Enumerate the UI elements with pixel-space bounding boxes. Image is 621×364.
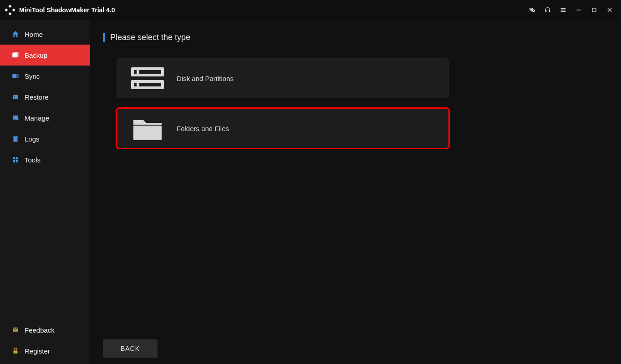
sidebar-item-backup[interactable]: Backup bbox=[0, 45, 90, 66]
register-icon bbox=[11, 346, 20, 355]
sidebar-item-label: Restore bbox=[25, 93, 49, 101]
svg-rect-15 bbox=[14, 350, 18, 354]
sidebar-item-manage[interactable]: Manage bbox=[0, 107, 90, 128]
svg-rect-0 bbox=[576, 10, 580, 10]
svg-rect-22 bbox=[133, 126, 162, 140]
main-content: Please select the type Disk bbox=[90, 20, 621, 364]
sidebar-item-label: Tools bbox=[25, 156, 41, 164]
svg-rect-11 bbox=[13, 157, 15, 159]
sidebar-item-sync[interactable]: Sync bbox=[0, 66, 90, 86]
backup-icon bbox=[11, 51, 20, 60]
sidebar-item-label: Register bbox=[25, 347, 50, 355]
sidebar-item-label: Logs bbox=[25, 135, 40, 143]
app-window: MiniTool ShadowMaker Trial 4.0 bbox=[0, 0, 621, 364]
disk-partitions-icon bbox=[131, 66, 164, 91]
option-folders-and-files[interactable]: Folders and Files bbox=[117, 108, 449, 148]
minimize-button[interactable] bbox=[571, 0, 586, 20]
svg-point-8 bbox=[16, 117, 19, 120]
maximize-button[interactable] bbox=[586, 0, 602, 20]
titlebar: MiniTool ShadowMaker Trial 4.0 bbox=[0, 0, 621, 20]
option-disk-and-partitions[interactable]: Disk and Partitions bbox=[117, 58, 449, 98]
tools-icon bbox=[11, 155, 20, 164]
svg-rect-18 bbox=[139, 70, 161, 74]
key-icon[interactable] bbox=[524, 0, 540, 20]
svg-rect-10 bbox=[15, 136, 17, 136]
svg-rect-17 bbox=[134, 70, 137, 74]
sidebar-item-tools[interactable]: Tools bbox=[0, 149, 90, 170]
sidebar-item-restore[interactable]: Restore bbox=[0, 86, 90, 107]
sidebar-item-logs[interactable]: Logs bbox=[0, 128, 90, 149]
app-logo-icon bbox=[4, 4, 16, 16]
home-icon bbox=[11, 30, 20, 39]
page-header: Please select the type bbox=[103, 33, 594, 48]
svg-rect-9 bbox=[14, 136, 18, 142]
sync-icon bbox=[11, 71, 20, 81]
svg-rect-6 bbox=[13, 95, 18, 99]
sidebar-item-label: Home bbox=[25, 30, 43, 38]
option-list: Disk and Partitions Folders and Files bbox=[103, 58, 594, 158]
svg-rect-14 bbox=[16, 160, 18, 162]
svg-rect-13 bbox=[13, 160, 15, 162]
svg-rect-20 bbox=[134, 83, 137, 86]
app-title: MiniTool ShadowMaker Trial 4.0 bbox=[19, 6, 115, 14]
logs-icon bbox=[11, 134, 20, 143]
close-button[interactable] bbox=[602, 0, 617, 20]
svg-rect-3 bbox=[14, 52, 19, 57]
page-title: Please select the type bbox=[110, 33, 190, 42]
footer: BACK bbox=[103, 339, 158, 358]
sidebar: Home Backup Sync bbox=[0, 20, 90, 364]
sidebar-item-label: Backup bbox=[25, 51, 47, 59]
back-button[interactable]: BACK bbox=[103, 339, 158, 358]
sidebar-item-feedback[interactable]: Feedback bbox=[0, 319, 90, 340]
restore-icon bbox=[11, 92, 20, 101]
svg-rect-12 bbox=[16, 157, 18, 159]
manage-icon bbox=[11, 113, 20, 122]
sidebar-item-home[interactable]: Home bbox=[0, 24, 90, 45]
svg-rect-21 bbox=[139, 83, 161, 86]
feedback-icon bbox=[11, 325, 20, 334]
header-accent-bar bbox=[103, 33, 105, 42]
folder-icon bbox=[131, 116, 164, 141]
sidebar-item-label: Sync bbox=[25, 72, 40, 80]
option-label: Disk and Partitions bbox=[177, 75, 234, 82]
sidebar-bottom: Feedback Register bbox=[0, 319, 90, 364]
sidebar-item-label: Feedback bbox=[25, 326, 55, 334]
menu-icon[interactable] bbox=[555, 0, 571, 20]
svg-rect-1 bbox=[592, 8, 596, 12]
headset-icon[interactable] bbox=[540, 0, 555, 20]
nav-list: Home Backup Sync bbox=[0, 20, 90, 170]
svg-rect-5 bbox=[15, 74, 19, 78]
sidebar-item-label: Manage bbox=[25, 114, 49, 122]
option-label: Folders and Files bbox=[177, 125, 229, 132]
sidebar-item-register[interactable]: Register bbox=[0, 340, 90, 361]
